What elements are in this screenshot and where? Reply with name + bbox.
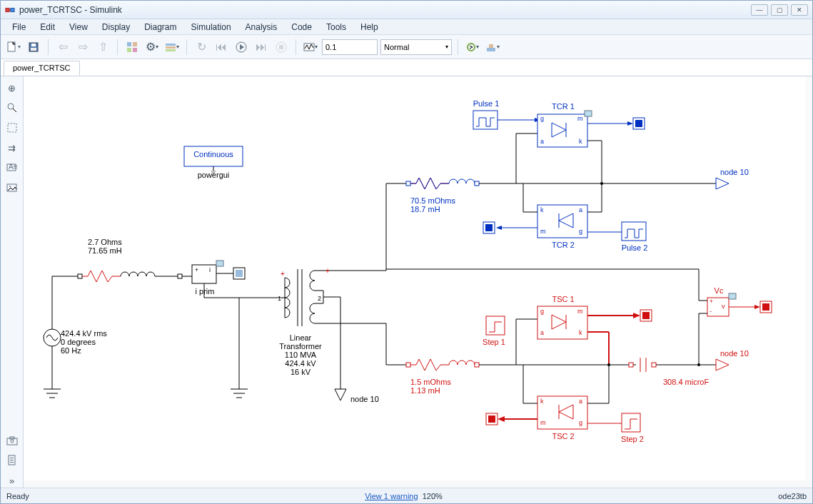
status-ready: Ready	[6, 492, 29, 500]
svg-rect-17	[279, 45, 283, 49]
transformer-node-label: node 10	[350, 395, 379, 403]
maximize-button[interactable]: ▢	[771, 4, 788, 16]
capacitor-label: 308.4 microF	[663, 378, 709, 386]
svg-rect-42	[78, 274, 82, 278]
new-button[interactable]: ▾	[5, 39, 22, 56]
i-prim-label: i prim	[193, 287, 217, 296]
menu-file[interactable]: File	[5, 21, 33, 34]
svg-point-19	[468, 44, 475, 51]
up-button[interactable]: ⇧	[94, 39, 111, 56]
menu-bar: File Edit View Display Diagram Simulatio…	[1, 19, 812, 35]
close-button[interactable]: ✕	[791, 4, 808, 16]
svg-rect-0	[6, 8, 9, 11]
svg-rect-5	[31, 44, 36, 46]
svg-marker-100	[496, 226, 502, 230]
menu-display[interactable]: Display	[95, 21, 137, 34]
tsc2-a: a	[579, 398, 582, 405]
forward-button[interactable]: ⇨	[74, 39, 91, 56]
step-back-button[interactable]: ⏮	[213, 39, 230, 56]
powergui-label: powergui	[191, 171, 236, 179]
svg-marker-95	[716, 178, 729, 189]
tsc1-g: g	[540, 308, 544, 315]
model-config-button[interactable]: ⚙▾	[143, 39, 161, 56]
svg-rect-113	[475, 363, 479, 367]
model-tab[interactable]: power_TCRTSC	[4, 61, 80, 76]
tab-bar: power_TCRTSC	[1, 59, 812, 76]
zoom-icon[interactable]	[5, 101, 19, 115]
tsc1-k: k	[579, 329, 582, 336]
svg-rect-133	[652, 363, 656, 367]
svg-rect-47	[216, 261, 223, 266]
svg-marker-122	[633, 313, 640, 318]
update-diagram-button[interactable]: ▾	[464, 39, 481, 56]
menu-view[interactable]: View	[62, 21, 95, 34]
svg-rect-130	[629, 363, 633, 367]
svg-rect-117	[486, 316, 505, 335]
iprim-i: i	[209, 266, 211, 273]
menu-diagram[interactable]: Diagram	[137, 21, 183, 34]
svg-rect-1	[11, 8, 14, 11]
back-button[interactable]: ⇦	[54, 39, 71, 56]
step1-label: Step 1	[480, 338, 508, 346]
minimize-button[interactable]: —	[751, 4, 768, 16]
svg-rect-124	[642, 312, 650, 319]
simulation-mode-select[interactable]: Normal▾	[380, 39, 452, 55]
svg-marker-71	[335, 389, 346, 400]
image-icon[interactable]	[5, 181, 19, 195]
svg-marker-153	[498, 416, 505, 422]
svg-rect-21	[489, 44, 493, 48]
step-forward-button[interactable]: ⏭	[253, 39, 270, 56]
svg-text:A≡: A≡	[9, 163, 18, 171]
svg-rect-35	[10, 462, 14, 463]
fit-icon[interactable]	[5, 121, 19, 135]
svg-marker-145	[754, 305, 760, 309]
svg-rect-146	[729, 293, 736, 299]
node10-top-label: node 10	[720, 168, 749, 176]
hide-browser-icon[interactable]: ⊕	[5, 81, 19, 95]
svg-rect-157	[622, 413, 640, 432]
hide-sample-time-icon[interactable]: ⇉	[5, 141, 19, 155]
tsc1-label: TSC 1	[549, 295, 577, 303]
stop-button[interactable]	[273, 39, 290, 56]
horizontal-scrollbar[interactable]	[24, 480, 812, 488]
svg-rect-34	[10, 460, 14, 460]
build-button[interactable]: ▾	[484, 39, 501, 56]
menu-tools[interactable]: Tools	[319, 21, 353, 34]
save-button[interactable]	[25, 39, 42, 56]
annotation-icon[interactable]: A≡	[5, 161, 19, 175]
model-explorer-button[interactable]: ▾	[163, 39, 181, 56]
svg-rect-44	[178, 274, 182, 278]
menu-help[interactable]: Help	[353, 21, 385, 34]
svg-rect-102	[485, 224, 493, 231]
menu-simulation[interactable]: Simulation	[184, 21, 238, 34]
window-title: power_TCRTSC - Simulink	[19, 5, 122, 15]
powergui-title[interactable]: Continuous	[188, 150, 238, 158]
more-icon[interactable]: »	[5, 473, 19, 488]
step2-label: Step 2	[618, 435, 647, 443]
svg-rect-90	[635, 120, 642, 127]
vc-minus: -	[710, 308, 712, 315]
tcr2-g: g	[579, 228, 582, 235]
scope-button[interactable]: ▾	[302, 39, 319, 56]
svg-point-22	[8, 104, 14, 109]
screenshot-icon[interactable]	[5, 433, 19, 448]
run-button[interactable]	[233, 39, 250, 56]
fast-restart-button[interactable]: ↻	[193, 39, 210, 56]
stop-time-input[interactable]	[322, 39, 378, 55]
svg-point-28	[9, 186, 11, 187]
svg-rect-10	[133, 48, 137, 52]
status-solver: ode23tb	[778, 492, 807, 500]
svg-rect-20	[487, 48, 495, 51]
svg-rect-33	[10, 458, 14, 458]
title-bar: power_TCRTSC - Simulink — ▢ ✕	[1, 1, 812, 19]
menu-analysis[interactable]: Analysis	[238, 21, 285, 34]
library-browser-button[interactable]	[123, 39, 141, 56]
rl-primary-label: 2.7 Ohms 71.65 mH	[88, 238, 122, 255]
menu-code[interactable]: Code	[284, 21, 319, 34]
vc-v: v	[722, 303, 725, 310]
tsc2-k: k	[540, 398, 544, 405]
status-warning-link[interactable]: View 1 warning	[365, 492, 418, 500]
record-icon[interactable]	[5, 453, 19, 468]
diagram-canvas[interactable]: + + Continuous powergui 2.7 Ohms 71.65 m…	[24, 76, 812, 488]
menu-edit[interactable]: Edit	[33, 21, 62, 34]
